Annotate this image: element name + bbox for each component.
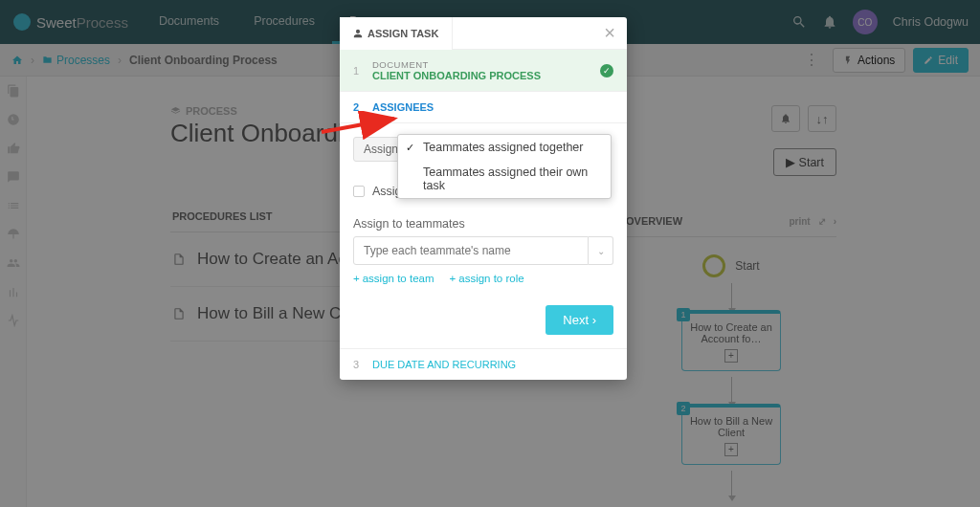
dropdown-option-own-task[interactable]: Teammates assigned their own task <box>398 160 611 198</box>
step-3-due-date[interactable]: 3 DUE DATE AND RECURRING <box>340 348 627 380</box>
step1-label: DOCUMENT <box>372 59 541 70</box>
close-icon[interactable]: × <box>604 22 615 44</box>
step-2-assignees[interactable]: 2 ASSIGNEES <box>340 91 627 123</box>
assign-mode-dropdown: ✓ Teammates assigned together Teammates … <box>397 134 612 199</box>
step1-doc-name: CLIENT ONBOARDING PROCESS <box>372 70 541 81</box>
steps-lanes-checkbox[interactable] <box>353 186 365 197</box>
option-label: Teammates assigned their own task <box>423 165 588 192</box>
dropdown-option-together[interactable]: ✓ Teammates assigned together <box>398 135 611 160</box>
step-number: 1 <box>353 65 361 77</box>
assign-task-modal: ASSIGN TASK × 1 DOCUMENT CLIENT ONBOARDI… <box>340 17 627 380</box>
step-number: 2 <box>353 101 361 113</box>
teammates-label: Assign to teammates <box>353 217 613 231</box>
step2-label: ASSIGNEES <box>372 101 434 113</box>
chevron-down-icon[interactable]: ⌄ <box>589 236 613 265</box>
tab-label: ASSIGN TASK <box>368 28 438 39</box>
person-icon <box>353 29 363 38</box>
assign-to-team-link[interactable]: + assign to team <box>353 273 434 284</box>
step3-label: DUE DATE AND RECURRING <box>372 359 516 370</box>
check-icon: ✓ <box>600 64 613 77</box>
tab-assign-task[interactable]: ASSIGN TASK <box>340 17 453 50</box>
assign-to-role-link[interactable]: + assign to role <box>450 273 524 284</box>
step-1-document[interactable]: 1 DOCUMENT CLIENT ONBOARDING PROCESS ✓ <box>340 50 627 91</box>
next-button[interactable]: Next › <box>546 305 613 335</box>
option-label: Teammates assigned together <box>423 141 583 154</box>
next-label: Next <box>563 313 589 327</box>
checkmark-icon: ✓ <box>406 142 414 154</box>
teammate-input[interactable] <box>353 236 589 265</box>
step-number: 3 <box>353 359 361 370</box>
